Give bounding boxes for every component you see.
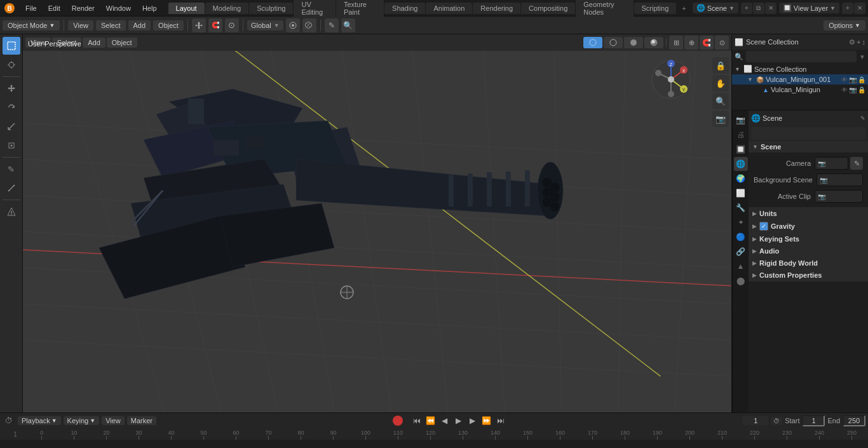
pivot-point-btn[interactable] [286,18,300,32]
tab-geometry-nodes[interactable]: Geometry Nodes [576,0,633,18]
proportional-edit-toggle[interactable]: ⊙ [715,36,729,50]
tree-item-1-visibility[interactable]: 👁 [841,76,848,83]
viewport-lock-btn[interactable]: 🔒 [712,57,729,74]
view-layer-new-button[interactable]: + [842,3,853,14]
prev-keyframe-btn[interactable]: ◀ [438,415,451,426]
audio-section-header[interactable]: ▶ Audio [749,245,868,257]
viewport-wire-btn[interactable] [604,37,623,48]
gravity-checkbox[interactable]: ✓ [759,222,768,231]
props-constraints-icon[interactable]: 🔗 [734,245,748,259]
snap-toggle[interactable]: 🧲 [700,36,714,50]
object-header-btn[interactable]: Object [107,37,137,48]
outliner-sort-icon[interactable]: ▼ [859,53,865,60]
transform-orientation[interactable]: Global ▼ [247,20,283,31]
navigation-gizmo[interactable]: X Y Z [649,57,693,102]
menu-help[interactable]: Help [137,3,162,13]
snap-toggle-btn[interactable]: 🧲 [208,18,222,32]
options-menu[interactable]: Options ▼ [824,20,865,31]
tab-sculpting[interactable]: Sculpting [249,3,293,14]
outliner-expand-icon[interactable]: ↕ [862,38,866,46]
start-frame-input[interactable] [802,415,825,426]
transform-all-tool[interactable] [3,137,20,154]
overlay-toggle[interactable]: ⊞ [669,36,683,50]
timeline-view-btn[interactable]: View [102,416,125,425]
fps-display[interactable]: ⏱ [771,417,782,425]
tree-item-scene-collection[interactable]: ▼ ⬜ Scene Collection [732,64,868,74]
tab-compositing[interactable]: Compositing [521,3,575,14]
custom-props-header[interactable]: ▶ Custom Properties [749,269,868,281]
add-menu[interactable]: Add [128,20,151,31]
transform-tool-btn[interactable] [192,18,206,32]
annotate-tool[interactable]: ✎ [3,160,20,178]
tab-layout[interactable]: Layout [168,3,205,14]
props-physics-icon[interactable]: 🔵 [734,230,748,244]
jump-end-btn[interactable]: ⏭ [494,415,507,426]
tab-texture-paint[interactable]: Texture Paint [336,0,384,18]
current-frame-input[interactable] [743,416,768,425]
view-layer-delete-button[interactable]: ✕ [854,3,865,14]
keying-btn[interactable]: Keying ▼ [64,416,100,425]
menu-window[interactable]: Window [101,3,136,13]
props-view-layer-icon[interactable]: 🔲 [734,142,748,156]
viewport-camera-btn[interactable]: 📷 [712,111,729,127]
scene-section-header[interactable]: ▼ Scene [749,141,868,153]
scene-delete-button[interactable]: ✕ [765,3,776,14]
camera-field[interactable]: 📷 [815,157,848,170]
outliner-search-input[interactable] [746,51,857,62]
tree-item-vulcan-mesh[interactable]: ▶ ▲ Vulcan_Minigun 👁 📷 🔒 [732,85,868,95]
tab-scripting[interactable]: Scripting [634,3,677,14]
rigid-body-header[interactable]: ▶ Rigid Body World [749,257,868,269]
viewport-zoom-btn[interactable]: 🔍 [712,93,729,109]
viewport-solid-btn[interactable] [624,37,643,48]
scene-copy-button[interactable]: ⧉ [753,3,764,14]
proportional2-btn[interactable]: ⛒ [302,18,316,32]
tab-shading[interactable]: Shading [384,3,425,14]
props-scene-icon[interactable]: 🌐 [734,157,748,171]
props-data-icon[interactable]: ▲ [734,259,748,273]
tab-animation[interactable]: Animation [426,3,472,14]
prev-frame-btn[interactable]: ⏪ [424,415,437,426]
tree-item-2-visibility[interactable]: 👁 [841,86,848,93]
menu-file[interactable]: File [20,3,42,13]
select-menu[interactable]: Select [96,20,126,31]
outliner-new-icon[interactable]: + [857,38,860,46]
props-object-icon[interactable]: ⬜ [734,186,748,200]
cursor-tool[interactable] [3,56,20,74]
props-search-input[interactable] [751,127,865,140]
props-particles-icon[interactable]: ✦ [734,215,748,229]
active-clip-field[interactable]: 📷 [815,190,863,203]
viewport-rendered-btn[interactable] [644,37,663,48]
select-tool[interactable] [3,37,20,55]
tree-item-1-lock[interactable]: 🔒 [858,76,865,83]
object-menu[interactable]: Object [153,20,184,31]
timeline-ruler[interactable]: 1 0 10 20 30 40 50 60 70 80 90 100 110 1… [0,428,868,440]
playback-btn[interactable]: Playback ▼ [18,416,61,425]
gizmo-toggle[interactable]: ⊕ [684,36,698,50]
record-button[interactable] [393,416,403,426]
marker-btn[interactable]: Marker [127,416,156,425]
outliner-filter-icon[interactable]: ⚙ [849,38,855,46]
props-output-icon[interactable]: 🖨 [734,128,748,142]
scene-selector[interactable]: 🌐 Scene ▼ [693,3,738,13]
camera-eyedropper[interactable]: ✎ [850,157,863,170]
end-frame-input[interactable] [843,415,865,426]
background-scene-field[interactable]: 📷 [817,173,863,186]
keying-sets-header[interactable]: ▶ Keying Sets [749,233,868,245]
viewport-3d[interactable]: View Select Add Object [23,34,731,412]
play-btn[interactable]: ▶ [452,415,465,426]
measure-tool[interactable] [3,179,20,197]
props-render-icon[interactable]: 📷 [734,113,748,127]
tree-item-2-lock[interactable]: 🔒 [858,86,865,93]
tab-modeling[interactable]: Modeling [205,3,249,14]
scene-new-button[interactable]: + [741,3,752,14]
props-modifier-icon[interactable]: 🔧 [734,201,748,215]
viewport-shading-btn[interactable] [583,37,602,48]
tree-item-1-render[interactable]: 📷 [849,76,857,83]
viewport-canvas[interactable] [23,51,731,412]
tab-rendering[interactable]: Rendering [473,3,520,14]
tree-item-vulcan-001[interactable]: ▼ 📦 Vulcan_Minigun_001 👁 📷 🔒 [732,74,868,85]
next-keyframe-btn[interactable]: ▶ [466,415,479,426]
proportional-btn[interactable]: ⊙ [225,18,239,32]
add-object-tool[interactable] [3,203,20,221]
props-material-icon[interactable]: ⬤ [734,274,748,288]
